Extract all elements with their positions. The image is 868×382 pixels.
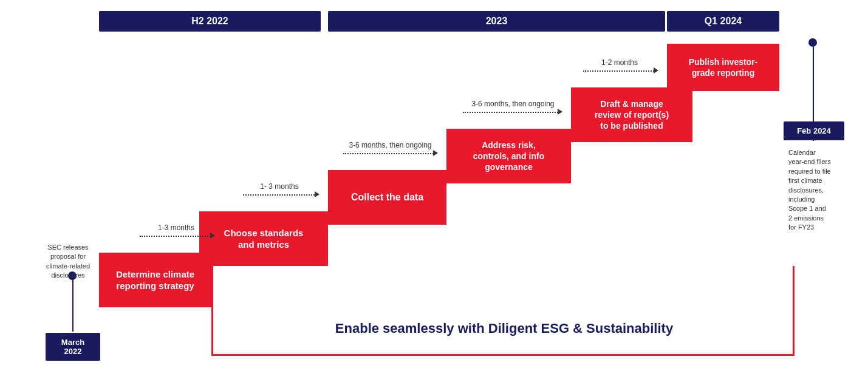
step-collect: Collect the data: [328, 170, 446, 225]
arrow-label-4: 3-6 months, then ongoing: [457, 100, 569, 108]
arrow-line-3: [343, 153, 436, 154]
arrow-line-2: [243, 194, 317, 196]
arrow-line-5: [583, 70, 656, 72]
arrow-head-5: [654, 67, 658, 73]
arrow-head-2: [315, 191, 320, 197]
feb-2024-label: Feb 2024: [784, 121, 844, 140]
main-container: H2 2022 2023 Q1 2024 Determine climatere…: [0, 0, 868, 382]
feb-note-text: Calendaryear-end filersrequired to filef…: [788, 148, 866, 233]
arrow-label-2: 1- 3 months: [240, 182, 319, 191]
arrow-head-3: [433, 150, 438, 156]
arrow-label-3: 3-6 months, then ongoing: [337, 141, 443, 149]
period-h2-2022: H2 2022: [99, 11, 321, 32]
bottom-box-right-border: [793, 266, 795, 307]
period-2023: 2023: [328, 11, 665, 32]
arrow-head-1: [210, 233, 215, 239]
step-choose: Choose standardsand metrics: [199, 211, 328, 266]
period-q1-2024: Q1 2024: [667, 11, 779, 32]
feb-dot: [808, 38, 817, 47]
arrow-line-1: [140, 236, 213, 237]
arrow-label-1: 1-3 months: [140, 223, 213, 232]
arrow-line-4: [463, 112, 560, 113]
sec-release-text: SEC releasesproposal forclimate-relatedd…: [32, 243, 104, 281]
step-address: Address risk,controls, and infogovernanc…: [446, 129, 571, 183]
march-vline: [72, 277, 73, 332]
step-determine: Determine climatereporting strategy: [99, 253, 211, 307]
bottom-box-text: Enable seamlessly with Diligent ESG & Su…: [225, 321, 784, 336]
march-2022-label: March 2022: [46, 333, 100, 361]
step-draft: Draft & managereview of report(s)to be p…: [571, 87, 692, 142]
arrow-label-5: 1-2 months: [583, 58, 656, 67]
bottom-box-left-border: [211, 266, 213, 307]
arrow-head-4: [558, 109, 562, 115]
step-publish: Publish investor-grade reporting: [667, 44, 779, 91]
